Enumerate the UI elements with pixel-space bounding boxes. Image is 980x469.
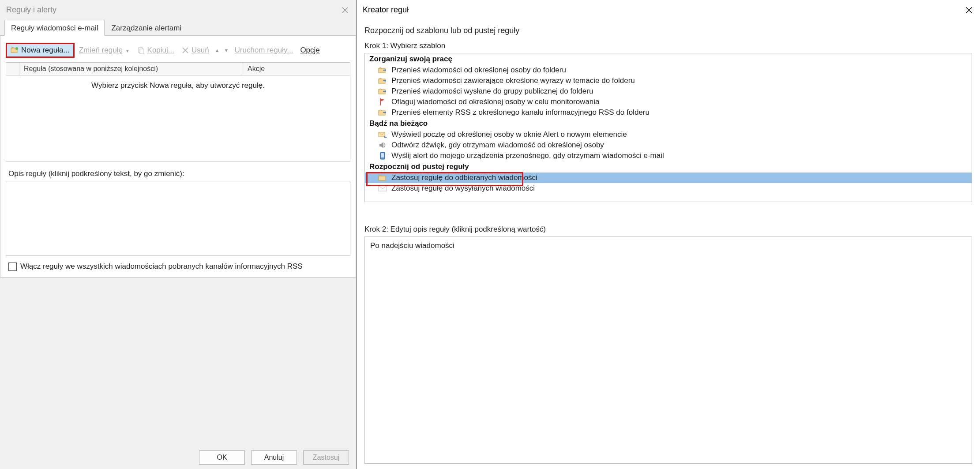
new-rule-label: Nowa reguła... [21, 46, 70, 55]
delete-icon [181, 46, 189, 54]
right-title: Kreator reguł [363, 5, 409, 15]
folder-icon [378, 174, 387, 182]
svg-rect-6 [379, 90, 385, 94]
template-item-label: Zastosuj regułę do wysyłanych wiadomości [391, 184, 535, 193]
folder-move-icon [378, 77, 387, 85]
delete-button[interactable]: Usuń [179, 45, 212, 56]
template-item[interactable]: Oflaguj wiadomości od określonej osoby w… [365, 97, 972, 107]
options-button[interactable]: Opcje [297, 45, 322, 56]
template-item-label: Przenieś wiadomości od określonej osoby … [391, 66, 566, 75]
template-item[interactable]: Przenieś wiadomości zawierające określon… [365, 75, 972, 86]
left-titlebar: Reguły i alerty [0, 0, 356, 20]
right-titlebar: Kreator reguł [357, 0, 980, 20]
change-rule-button[interactable]: Zmień regułę ▾ [76, 45, 133, 56]
envelope-icon [378, 184, 387, 192]
rules-alerts-dialog: Reguły i alerty Reguły wiadomości e-mail… [0, 0, 357, 469]
description-box[interactable] [6, 181, 350, 256]
template-item-label: Przenieś wiadomości zawierające określon… [391, 76, 635, 85]
ok-button[interactable]: OK [199, 450, 245, 465]
template-item-label: Odtwórz dźwięk, gdy otrzymam wiadomość o… [391, 141, 604, 150]
copy-label: Kopiuj... [147, 46, 174, 55]
rss-checkbox-label: Włącz reguły we wszystkich wiadomościach… [20, 262, 303, 271]
svg-rect-3 [140, 49, 144, 54]
move-up-icon[interactable]: ▲ [214, 48, 221, 53]
left-title: Reguły i alerty [6, 5, 56, 15]
tab-content: Nowa reguła... Zmień regułę ▾ Kopiuj... … [0, 35, 356, 278]
template-category: Rozpocznij od pustej reguły [365, 161, 972, 173]
step1-label: Krok 1: Wybierz szablon [364, 41, 972, 50]
svg-rect-11 [379, 176, 386, 180]
template-item[interactable]: Wyświetl pocztę od określonej osoby w ok… [365, 129, 972, 140]
template-item[interactable]: Odtwórz dźwięk, gdy otrzymam wiadomość o… [365, 140, 972, 150]
tab-label: Zarządzanie alertami [111, 24, 181, 32]
move-down-icon[interactable]: ▼ [223, 48, 230, 53]
template-item[interactable]: Przenieś elementy RSS z określonego kana… [365, 107, 972, 118]
step2-text: Po nadejściu wiadomości [370, 241, 454, 250]
template-category: Zorganizuj swoją pracę [365, 53, 972, 65]
step2-label: Krok 2: Edytuj opis reguły (kliknij podk… [364, 225, 972, 234]
apply-button[interactable]: Zastosuj [303, 450, 349, 465]
template-item-label: Wyślij alert do mojego urządzenia przeno… [391, 151, 664, 160]
grid-col-checkbox[interactable] [6, 63, 19, 75]
step2-description[interactable]: Po nadejściu wiadomości [364, 236, 972, 464]
rss-checkbox-row[interactable]: Włącz reguły we wszystkich wiadomościach… [8, 262, 350, 271]
template-item[interactable]: Przenieś wiadomości wysłane do grupy pub… [365, 86, 972, 97]
copy-icon [137, 46, 145, 54]
description-label: Opis reguły (kliknij podkreślony tekst, … [8, 169, 350, 178]
svg-rect-7 [379, 111, 385, 115]
alert-icon [378, 131, 387, 139]
tab-manage-alerts[interactable]: Zarządzanie alertami [105, 20, 188, 36]
template-category: Bądź na bieżąco [365, 118, 972, 129]
tab-label: Reguły wiadomości e-mail [11, 24, 98, 32]
wizard-heading: Rozpocznij od szablonu lub od pustej reg… [364, 26, 972, 35]
mobile-icon [378, 152, 387, 160]
tabs: Reguły wiadomości e-mail Zarządzanie ale… [0, 20, 356, 36]
svg-point-1 [15, 47, 18, 50]
checkbox-icon[interactable] [8, 263, 17, 271]
rule-wizard-dialog: Kreator reguł Rozpocznij od szablonu lub… [357, 0, 980, 469]
grid-col-actions[interactable]: Akcje [243, 63, 350, 75]
run-rules-button[interactable]: Uruchom reguły... [232, 45, 296, 56]
grid-col-rule[interactable]: Reguła (stosowana w poniższej kolejności… [19, 63, 243, 75]
svg-rect-10 [381, 153, 384, 158]
options-label: Opcje [300, 46, 319, 55]
template-item-label: Przenieś wiadomości wysłane do grupy pub… [391, 87, 593, 96]
grid-empty-message: Wybierz przycisk Nowa reguła, aby utworz… [6, 76, 350, 90]
template-item[interactable]: Wyślij alert do mojego urządzenia przeno… [365, 150, 972, 161]
change-rule-label: Zmień regułę ▾ [79, 46, 130, 55]
toolbar: Nowa reguła... Zmień regułę ▾ Kopiuj... … [6, 40, 350, 62]
delete-label: Usuń [191, 46, 209, 55]
template-list[interactable]: Zorganizuj swoją pracęPrzenieś wiadomośc… [364, 53, 972, 202]
template-item[interactable]: Zastosuj regułę do wysyłanych wiadomości [365, 183, 972, 194]
grid-header: Reguła (stosowana w poniższej kolejności… [6, 63, 350, 76]
template-item-label: Zastosuj regułę do odbieranych wiadomośc… [391, 173, 537, 182]
dialog-buttons: OK Anuluj Zastosuj [199, 450, 349, 465]
folder-move-icon [378, 66, 387, 74]
template-item-label: Wyświetl pocztę od określonej osoby w ok… [391, 130, 627, 139]
tab-email-rules[interactable]: Reguły wiadomości e-mail [4, 20, 105, 36]
cancel-button[interactable]: Anuluj [251, 450, 297, 465]
template-item[interactable]: Zastosuj regułę do odbieranych wiadomośc… [365, 173, 972, 183]
close-icon[interactable] [340, 5, 350, 15]
svg-rect-5 [379, 79, 385, 83]
folder-move-icon [378, 87, 387, 95]
run-rules-label: Uruchom reguły... [234, 46, 293, 55]
rules-grid: Reguła (stosowana w poniższej kolejności… [6, 62, 350, 161]
sound-icon [378, 141, 387, 149]
svg-rect-4 [379, 68, 385, 73]
flag-icon [378, 98, 387, 106]
template-item[interactable]: Przenieś wiadomości od określonej osoby … [365, 65, 972, 75]
copy-button[interactable]: Kopiuj... [135, 45, 177, 56]
template-item-label: Przenieś elementy RSS z określonego kana… [391, 108, 650, 117]
chevron-down-icon: ▾ [125, 48, 130, 53]
close-icon[interactable] [964, 5, 974, 15]
new-rule-button[interactable]: Nowa reguła... [6, 43, 75, 58]
template-item-label: Oflaguj wiadomości od określonej osoby w… [391, 98, 600, 106]
folder-move-icon [378, 109, 387, 116]
new-rule-icon [11, 46, 19, 54]
wizard-body: Rozpocznij od szablonu lub od pustej reg… [357, 20, 980, 469]
